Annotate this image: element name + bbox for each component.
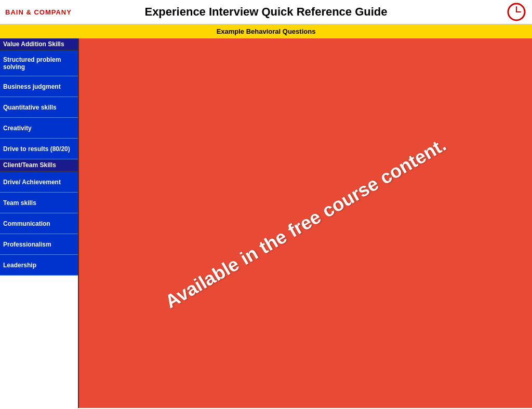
watermark-text: Available in the free course content. bbox=[160, 132, 450, 315]
brand-logo: BAIN & COMPANY bbox=[5, 8, 72, 16]
sidebar-item-business-judgment[interactable]: Business judgment bbox=[0, 76, 78, 97]
sidebar-item-quantitative-skills[interactable]: Quantitative skills bbox=[0, 97, 78, 118]
clock-icon bbox=[507, 3, 526, 21]
sidebar-section-client-team: Client/Team Skills bbox=[0, 159, 78, 172]
sidebar-item-drive-to-results[interactable]: Drive to results (80/20) bbox=[0, 139, 78, 159]
sidebar-item-communication[interactable]: Communication bbox=[0, 213, 78, 234]
sidebar-section-value-addition: Value Addition Skills bbox=[0, 38, 78, 51]
main-content: Value Addition Skills Structured problem… bbox=[0, 38, 532, 408]
sidebar: Value Addition Skills Structured problem… bbox=[0, 38, 79, 408]
page-header: BAIN & COMPANY Experience Interview Quic… bbox=[0, 0, 532, 25]
page-title: Experience Interview Quick Reference Gui… bbox=[144, 5, 387, 19]
banner-text: Example Behavioral Questions bbox=[217, 28, 316, 35]
content-area: Available in the free course content. bbox=[79, 38, 532, 408]
banner: Example Behavioral Questions bbox=[0, 25, 532, 38]
sidebar-item-team-skills[interactable]: Team skills bbox=[0, 193, 78, 213]
sidebar-item-drive-achievement[interactable]: Drive/ Achievement bbox=[0, 172, 78, 193]
sidebar-item-structured-problem-solving[interactable]: Structured problem solving bbox=[0, 51, 78, 76]
sidebar-item-creativity[interactable]: Creativity bbox=[0, 118, 78, 139]
sidebar-item-professionalism[interactable]: Professionalism bbox=[0, 234, 78, 255]
sidebar-item-leadership[interactable]: Leadership bbox=[0, 255, 78, 276]
